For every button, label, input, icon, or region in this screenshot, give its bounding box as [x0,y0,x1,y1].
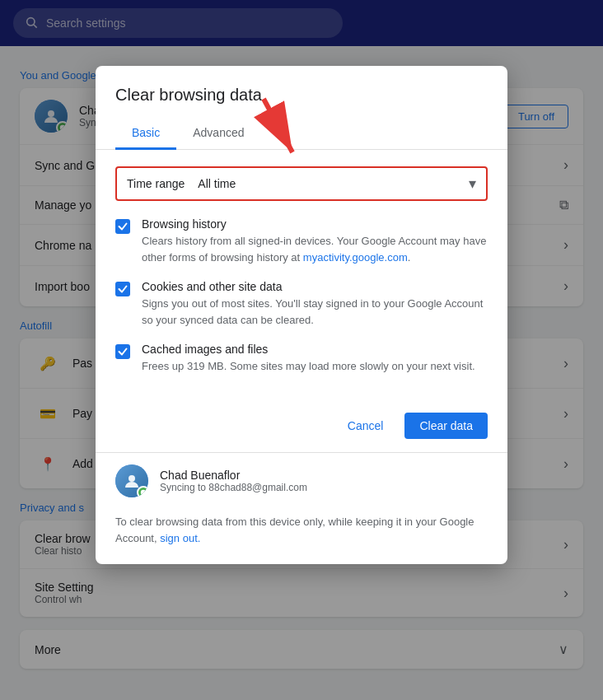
dropdown-arrow-icon: ▾ [469,175,476,193]
sign-out-link[interactable]: sign out. [160,532,200,544]
dialog-note: To clear browsing data from this device … [96,509,507,565]
myactivity-link[interactable]: myactivity.google.com [303,251,408,264]
cancel-button[interactable]: Cancel [334,413,397,439]
dialog-account-email: Syncing to 88chad88@gmail.com [160,482,307,493]
cached-title: Cached images and files [142,343,475,356]
cookies-desc: Signs you out of most sites. You'll stay… [142,296,488,328]
cached-desc: Frees up 319 MB. Some sites may load mor… [142,358,475,375]
cached-checkbox[interactable] [115,344,130,359]
cached-text: Cached images and files Frees up 319 MB.… [142,343,475,375]
dialog-avatar [115,464,148,497]
browsing-history-checkbox[interactable] [115,219,130,234]
browsing-history-desc: Clears history from all signed-in device… [142,233,488,265]
cached-row: Cached images and files Frees up 319 MB.… [115,343,488,375]
svg-point-7 [141,489,146,494]
dialog-body: Time range All time ▾ Browsing history C… [96,150,507,406]
modal-overlay: Clear browsing data Basic Advanced Time … [0,0,603,700]
time-range-select[interactable]: All time ▾ [198,175,476,193]
clear-data-button[interactable]: Clear data [404,413,488,439]
dialog-title: Clear browsing data [96,66,507,105]
time-range-value: All time [198,177,236,190]
dialog-avatar-badge [137,486,148,497]
cookies-text: Cookies and other site data Signs you ou… [142,280,488,328]
cookies-title: Cookies and other site data [142,280,488,293]
tab-advanced[interactable]: Advanced [176,118,260,150]
tab-basic[interactable]: Basic [115,118,176,150]
time-range-row[interactable]: Time range All time ▾ [115,166,488,201]
dialog-footer: Cancel Clear data [96,406,507,452]
time-range-label: Time range [127,177,185,190]
dialog-account-text: Chad Buenaflor Syncing to 88chad88@gmail… [160,469,307,493]
dialog-account-name: Chad Buenaflor [160,469,307,482]
browsing-history-row: Browsing history Clears history from all… [115,217,488,265]
dialog-tabs: Basic Advanced [96,118,507,150]
dialog-account-row: Chad Buenaflor Syncing to 88chad88@gmail… [96,452,507,509]
browsing-history-title: Browsing history [142,217,488,231]
browsing-history-text: Browsing history Clears history from all… [142,217,488,265]
cookies-checkbox[interactable] [115,282,130,296]
cookies-row: Cookies and other site data Signs you ou… [115,280,488,328]
clear-browsing-dialog: Clear browsing data Basic Advanced Time … [96,66,507,564]
svg-point-6 [129,475,135,482]
